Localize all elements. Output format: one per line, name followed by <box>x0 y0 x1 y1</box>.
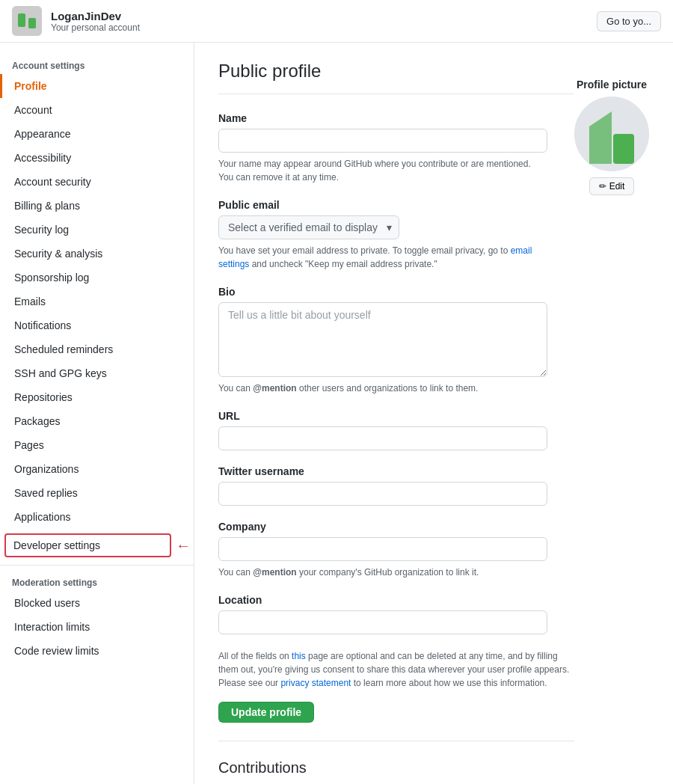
bio-label: Bio <box>218 286 574 298</box>
location-input[interactable] <box>218 610 547 634</box>
location-label: Location <box>218 594 574 606</box>
goto-button[interactable]: Go to yo... <box>597 11 661 31</box>
svg-rect-0 <box>12 6 42 36</box>
email-label: Public email <box>218 199 574 211</box>
top-bar: LoganJinDev Your personal account Go to … <box>0 0 673 43</box>
sidebar-item-code-review-limits[interactable]: Code review limits <box>0 639 194 663</box>
company-input[interactable] <box>218 537 547 561</box>
sidebar-item-security-analysis[interactable]: Security & analysis <box>0 242 194 266</box>
this-page-link[interactable]: this <box>292 651 306 661</box>
bio-textarea[interactable] <box>218 302 547 377</box>
twitter-input[interactable] <box>218 482 547 506</box>
pencil-icon: ✏ <box>599 181 606 192</box>
name-label: Name <box>218 112 574 124</box>
contributions-title: Contributions <box>218 759 574 777</box>
sidebar-item-applications[interactable]: Applications <box>0 505 194 529</box>
sidebar-item-account[interactable]: Account <box>0 98 194 122</box>
url-label: URL <box>218 410 574 422</box>
update-profile-button[interactable]: Update profile <box>218 702 314 723</box>
sidebar-item-repositories[interactable]: Repositories <box>0 385 194 409</box>
sidebar-item-profile[interactable]: Profile <box>0 74 194 98</box>
email-settings-link[interactable]: email settings <box>218 245 532 269</box>
email-select-wrapper: Select a verified email to display ▾ <box>218 215 398 239</box>
sidebar-item-billing[interactable]: Billing & plans <box>0 194 194 218</box>
name-group: Name Your name may appear around GitHub … <box>218 112 574 184</box>
email-select[interactable]: Select a verified email to display <box>218 215 399 239</box>
red-arrow-icon: ← <box>176 537 191 554</box>
sidebar-section-title: Account settings <box>0 55 194 74</box>
svg-rect-5 <box>613 134 634 164</box>
profile-picture-panel: Profile picture ✏ Edit <box>574 61 649 195</box>
company-hint: You can @mention your company's GitHub o… <box>218 566 547 579</box>
main-content: Public profile Name Your name may appear… <box>194 43 673 784</box>
username: LoganJinDev <box>51 10 597 22</box>
avatar <box>12 6 42 36</box>
twitter-label: Twitter username <box>218 465 574 477</box>
name-input[interactable] <box>218 129 547 153</box>
profile-picture-label: Profile picture <box>577 79 647 91</box>
svg-rect-2 <box>28 18 36 28</box>
company-label: Company <box>218 521 574 533</box>
sidebar-item-packages[interactable]: Packages <box>0 409 194 433</box>
sidebar: Account settings Profile Account Appeara… <box>0 43 194 784</box>
bio-hint: You can @mention other users and organiz… <box>218 382 547 395</box>
sidebar-item-developer-settings[interactable]: Developer settings <box>4 533 171 557</box>
page-title: Public profile <box>218 61 574 94</box>
edit-profile-picture-button[interactable]: ✏ Edit <box>589 177 635 195</box>
moderation-section-title: Moderation settings <box>0 572 194 591</box>
twitter-group: Twitter username <box>218 465 574 506</box>
url-group: URL <box>218 410 574 450</box>
sidebar-item-pages[interactable]: Pages <box>0 433 194 457</box>
main-layout: Account settings Profile Account Appeara… <box>0 43 673 784</box>
sidebar-item-security-log[interactable]: Security log <box>0 218 194 242</box>
sidebar-item-ssh-gpg[interactable]: SSH and GPG keys <box>0 361 194 385</box>
company-group: Company You can @mention your company's … <box>218 521 574 579</box>
sidebar-item-accessibility[interactable]: Accessibility <box>0 146 194 170</box>
email-hint: You have set your email address to priva… <box>218 244 547 271</box>
sidebar-item-interaction-limits[interactable]: Interaction limits <box>0 615 194 639</box>
sidebar-item-saved-replies[interactable]: Saved replies <box>0 481 194 505</box>
sidebar-item-notifications[interactable]: Notifications <box>0 313 194 337</box>
privacy-notice: All of the fields on this page are optio… <box>218 649 574 690</box>
bio-group: Bio You can @mention other users and org… <box>218 286 574 395</box>
location-group: Location <box>218 594 574 634</box>
email-group: Public email Select a verified email to … <box>218 199 574 271</box>
sidebar-item-appearance[interactable]: Appearance <box>0 122 194 146</box>
edit-label: Edit <box>609 181 625 192</box>
user-info: LoganJinDev Your personal account <box>51 10 597 33</box>
sidebar-divider <box>0 565 194 566</box>
user-subtitle: Your personal account <box>51 22 597 33</box>
sidebar-item-organizations[interactable]: Organizations <box>0 457 194 481</box>
sidebar-item-blocked-users[interactable]: Blocked users <box>0 591 194 615</box>
sidebar-item-sponsorship-log[interactable]: Sponsorship log <box>0 266 194 290</box>
sidebar-item-account-security[interactable]: Account security <box>0 170 194 194</box>
privacy-statement-link[interactable]: privacy statement <box>280 678 351 688</box>
sidebar-item-emails[interactable]: Emails <box>0 290 194 313</box>
svg-rect-1 <box>18 13 25 27</box>
sidebar-item-scheduled-reminders[interactable]: Scheduled reminders <box>0 337 194 361</box>
url-input[interactable] <box>218 426 547 450</box>
profile-picture-circle <box>574 97 649 171</box>
name-hint: Your name may appear around GitHub where… <box>218 157 547 184</box>
section-divider <box>218 741 574 741</box>
